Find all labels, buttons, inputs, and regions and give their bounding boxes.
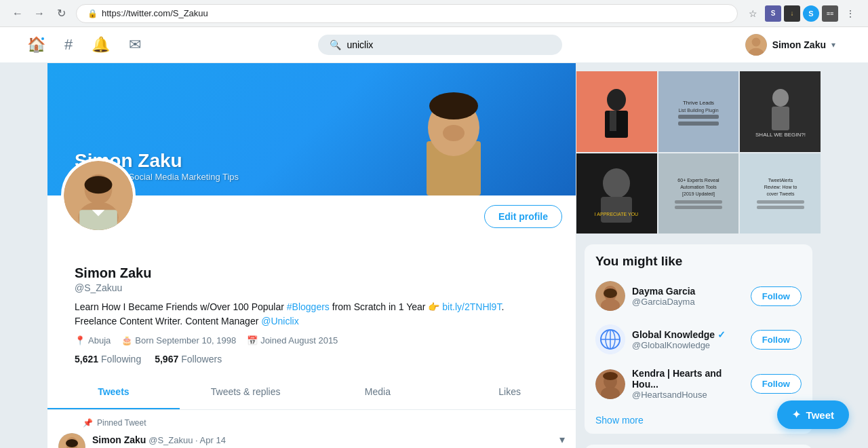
svg-rect-22 [678,115,719,119]
forward-button[interactable]: → [30,4,49,23]
extension-icon-2[interactable]: ↓ [784,5,800,22]
followers-stat[interactable]: 5,967 Followers [155,354,222,365]
nav-left: 🏠 # 🔔 ✉ [27,36,141,54]
calendar-icon: 📅 [247,335,258,346]
media-cell-2[interactable]: Thrive Leads List Building Plugin [658,71,739,152]
svg-text:60+ Experts Reveal: 60+ Experts Reveal [677,178,719,183]
svg-text:I APPRECIATE YOU: I APPRECIATE YOU [595,212,638,217]
svg-point-57 [603,372,618,380]
explore-button[interactable]: # [64,36,73,54]
svg-text:cover Tweets: cover Tweets [766,191,795,196]
messages-button[interactable]: ✉ [129,36,141,54]
bio-link-url[interactable]: bit.ly/2TNHl9T [442,301,501,312]
svg-point-14 [66,439,78,447]
svg-point-18 [607,89,626,111]
you-might-like-title: You might like [585,244,812,274]
tab-media[interactable]: Media [312,375,444,409]
follow-button-gk[interactable]: Follow [751,330,802,350]
svg-point-27 [772,89,789,107]
suggestion-avatar-kendra[interactable] [595,369,625,399]
tweet-avatar[interactable] [58,433,85,448]
following-stat[interactable]: 5,621 Following [75,354,141,365]
profile-bio: Learn How I Became Friends w/Over 100 Po… [75,300,549,329]
user-menu[interactable]: Simon Zaku ▾ [740,31,841,58]
svg-rect-36 [675,206,722,209]
media-cell-3[interactable]: SHALL WE BEGIN?! [740,71,821,152]
edit-profile-button[interactable]: Edit profile [484,205,562,228]
browser-nav-buttons: ← → ↻ [8,4,71,23]
pinned-tweet: 📌 Pinned Tweet Simon Zaku [47,410,576,448]
bio-link-bloggers[interactable]: #Bloggers [287,301,330,312]
tab-tweets-replies[interactable]: Tweets & replies [180,375,312,409]
url-text: https://twitter.com/S_Zakuu [102,8,208,18]
follow-button-dayma[interactable]: Follow [751,286,802,306]
tweet-fab-icon: ✦ [792,409,801,421]
address-bar[interactable]: 🔒 https://twitter.com/S_Zakuu [76,4,738,23]
svg-text:Automation Tools: Automation Tools [680,185,717,189]
svg-rect-20 [610,111,616,131]
profile-handle: @S_Zakuu [75,282,549,293]
svg-text:Review: How to: Review: How to [764,185,797,189]
chevron-down-icon: ▾ [831,40,835,50]
birthday-meta: 🎂 Born September 10, 1998 [121,335,236,346]
suggestion-handle-kendra: @HeartsandHouse [632,390,744,400]
us-trends-title: United States trends ⚙ [585,445,812,448]
extension-user-avatar[interactable]: S [803,5,819,22]
search-input[interactable] [347,39,551,50]
location-meta: 📍 Abuja [75,335,111,346]
suggestion-gk: Global Knowledge ✓ @GlobalKnowledge Foll… [585,318,812,361]
explore-icon: # [64,36,73,54]
pin-icon: 📌 [83,418,93,428]
media-cell-4[interactable]: I APPRECIATE YOU [576,153,657,234]
suggestion-avatar-dayma[interactable] [595,281,625,311]
bio-link-uniclix[interactable]: @Uniclix [261,316,298,326]
media-cell-5[interactable]: 60+ Experts Reveal Automation Tools [201… [658,153,739,234]
tweet-author-info: Simon Zaku @S_Zakuu · Apr 14 [92,434,226,445]
suggestion-dayma: Dayma Garcia @GarciaDayma Follow [585,274,812,318]
us-trends-card: United States trends ⚙ [585,445,812,448]
user-name: Simon Zaku [772,39,826,50]
tab-tweets[interactable]: Tweets [47,375,180,409]
profile-avatar [61,158,136,233]
svg-text:SHALL WE BEGIN?!: SHALL WE BEGIN?! [755,132,806,138]
svg-point-9 [85,176,113,193]
svg-text:[2019 Updated]: [2019 Updated] [682,191,715,197]
svg-text:List Building Plugin: List Building Plugin [678,108,718,113]
tab-likes[interactable]: Likes [443,375,576,409]
media-cell-1[interactable] [576,71,657,152]
tweet-header: Simon Zaku @S_Zakuu · Apr 14 ▾ [92,433,565,446]
lock-icon: 🔒 [87,9,98,18]
tweet-fab-button[interactable]: ✦ Tweet [777,400,849,429]
suggestion-handle-dayma: @GarciaDayma [632,297,744,307]
search-bar[interactable]: 🔍 [318,35,562,55]
svg-rect-41 [757,200,804,204]
home-button[interactable]: 🏠 [27,36,45,54]
reload-button[interactable]: ↻ [52,4,71,23]
extension-icon-3[interactable]: ≡≡ [822,5,838,22]
menu-button[interactable]: ⋮ [841,4,860,23]
media-grid: Thrive Leads List Building Plugin SHALL … [576,71,821,234]
notification-dot [40,36,45,41]
browser-chrome: ← → ↻ 🔒 https://twitter.com/S_Zakuu ☆ S … [0,0,868,27]
media-cell-6[interactable]: TweetAlerts Review: How to cover Tweets [740,153,821,234]
twitter-topnav: 🏠 # 🔔 ✉ 🔍 Simon Zaku [0,27,868,63]
suggestion-kendra: Kendra | Hearts and Hou... @HeartsandHou… [585,361,812,407]
profile-info: Simon Zaku @S_Zakuu Learn How I Became F… [61,265,562,365]
banner-figure [386,67,521,195]
svg-text:TweetAlerts: TweetAlerts [768,178,793,183]
svg-rect-42 [757,206,804,209]
tweet-menu-button[interactable]: ▾ [559,433,565,446]
bookmark-button[interactable]: ☆ [743,4,762,23]
tweet-row: Simon Zaku @S_Zakuu · Apr 14 ▾ Thanks fo… [58,433,565,448]
svg-rect-28 [772,107,789,130]
extension-icon-1[interactable]: S [765,5,781,22]
notifications-button[interactable]: 🔔 [92,36,110,54]
tweet-handle-date: @S_Zakuu · Apr 14 [149,435,226,445]
svg-point-1 [751,38,760,47]
svg-point-31 [603,168,630,198]
suggestion-info-dayma: Dayma Garcia @GarciaDayma [632,286,744,307]
profile-name: Simon Zaku [75,265,549,281]
back-button[interactable]: ← [8,4,27,23]
follow-button-kendra[interactable]: Follow [751,374,802,394]
suggestion-avatar-gk[interactable] [595,324,625,354]
